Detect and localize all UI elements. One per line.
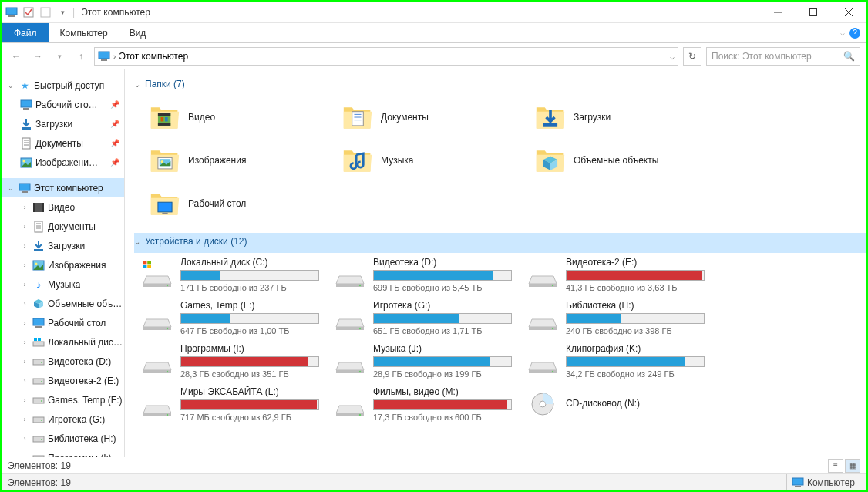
body: ⌄ ★ Быстрый доступ Рабочий сто…📌Загрузки… (2, 69, 866, 457)
back-button[interactable]: ← (8, 48, 25, 65)
folder-item[interactable]: Музыка (327, 139, 520, 182)
drive-item[interactable]: Games, Temp (F:) 647 ГБ свободно из 1,00… (134, 296, 327, 339)
tree-item[interactable]: Документы📌 (2, 133, 124, 153)
chevron-right-icon[interactable]: › (20, 377, 29, 385)
svg-rect-8 (99, 52, 109, 59)
search-box[interactable]: Поиск: Этот компьютер 🔍 (706, 47, 860, 66)
svg-rect-35 (38, 338, 41, 341)
tree-item[interactable]: ›♪Музыка (2, 275, 124, 294)
recent-locations-button[interactable]: ▾ (51, 48, 68, 65)
drive-icon (527, 304, 558, 332)
refresh-button[interactable]: ↻ (683, 47, 701, 66)
free-space-label: 647 ГБ свободно из 1,00 ТБ (180, 326, 319, 335)
free-space-label: 41,3 ГБ свободно из 3,63 ТБ (566, 283, 705, 292)
svg-point-71 (552, 285, 553, 286)
group-header-drives[interactable]: ⌄ Устройства и диски (12) (134, 233, 866, 253)
drive-label: Музыка (J:) (373, 343, 512, 354)
qat-dropdown-icon[interactable]: ▾ (56, 5, 69, 19)
tree-item[interactable]: ›Локальный дис… (2, 332, 124, 352)
drive-item[interactable]: Локальный диск (C:) 171 ГБ свободно из 2… (134, 253, 327, 296)
tree-item[interactable]: ›Видео (2, 197, 124, 217)
drive-icon (335, 347, 365, 375)
folder-item[interactable]: Загрузки (520, 96, 712, 139)
tree-item[interactable]: Загрузки📌 (2, 114, 124, 133)
properties-icon[interactable] (22, 5, 35, 19)
drive-item[interactable]: CD-дисковод (N:) (520, 382, 712, 426)
tree-item[interactable]: ›Игротека (G:) (2, 409, 124, 429)
chevron-right-icon[interactable]: › (20, 300, 29, 308)
address-dropdown-icon[interactable]: ⌵ (670, 52, 675, 61)
tree-quick-access[interactable]: ⌄ ★ Быстрый доступ (2, 76, 124, 95)
view-icons-button[interactable]: ▦ (845, 459, 860, 473)
forward-button[interactable]: → (29, 48, 46, 65)
computer-indicator[interactable]: Компьютер (786, 474, 860, 490)
svg-rect-24 (35, 221, 42, 232)
tab-computer[interactable]: Компьютер (49, 23, 119, 42)
tree-this-pc[interactable]: ⌄ Этот компьютер (2, 178, 124, 197)
chevron-right-icon[interactable]: › (20, 358, 29, 366)
folder-item[interactable]: Рабочий стол (134, 182, 327, 225)
drive-item[interactable]: Фильмы, видео (M:) 17,3 ГБ свободно из 6… (327, 382, 520, 426)
new-folder-icon[interactable] (39, 5, 52, 19)
tree-item[interactable]: ›Изображения (2, 255, 124, 275)
address-bar[interactable]: › Этот компьютер ⌵ (94, 47, 678, 66)
tree-item[interactable]: Рабочий сто…📌 (2, 95, 124, 114)
breadcrumb[interactable]: Этот компьютер (119, 51, 188, 62)
chevron-right-icon[interactable]: › (20, 261, 29, 269)
chevron-right-icon[interactable]: › (20, 281, 29, 288)
drive-info: Games, Temp (F:) 647 ГБ свободно из 1,00… (180, 300, 327, 335)
tree-item[interactable]: ›Библиотека (H:) (2, 429, 124, 448)
drive-item[interactable]: Библиотека (H:) 240 ГБ свободно из 398 Г… (520, 296, 712, 339)
minimize-button[interactable] (760, 2, 796, 23)
chevron-right-icon[interactable]: › (20, 435, 29, 443)
tree-item[interactable]: ›Документы (2, 217, 124, 236)
drive-item[interactable]: Программы (I:) 28,3 ГБ свободно из 351 Г… (134, 339, 327, 382)
chevron-right-icon[interactable]: › (20, 223, 29, 231)
tab-view[interactable]: Вид (119, 23, 157, 42)
drive-item[interactable]: Музыка (J:) 28,9 ГБ свободно из 199 ГБ (327, 339, 520, 382)
tab-file[interactable]: Файл (2, 23, 49, 42)
desktop-icon (20, 99, 32, 111)
folder-item[interactable]: Видео (134, 96, 327, 139)
drive-item[interactable]: Игротека (G:) 651 ГБ свободно из 1,71 ТБ (327, 296, 520, 339)
tree-item[interactable]: ›Видеотека-2 (E:) (2, 371, 124, 390)
folder-label: Изображения (188, 155, 246, 166)
chevron-right-icon[interactable]: › (20, 396, 29, 404)
folder-item[interactable]: Объемные объекты (520, 139, 712, 182)
close-button[interactable] (831, 2, 866, 23)
tree-item[interactable]: ›Программы (I:) (2, 448, 124, 457)
tree-item[interactable]: ›Объемные объ… (2, 294, 124, 313)
chevron-down-icon[interactable]: ⌄ (6, 82, 15, 89)
document-icon (32, 221, 45, 233)
chevron-right-icon[interactable]: › (20, 204, 29, 211)
chevron-right-icon[interactable]: › (20, 339, 29, 346)
drive-item[interactable]: Видеотека-2 (E:) 41,3 ГБ свободно из 3,6… (520, 253, 712, 296)
tree-item[interactable]: ›Games, Temp (F:) (2, 390, 124, 409)
view-details-button[interactable]: ≡ (828, 459, 843, 473)
maximize-button[interactable] (796, 2, 831, 23)
chevron-right-icon[interactable]: › (20, 242, 29, 250)
folder-item[interactable]: Документы (327, 96, 520, 139)
up-button[interactable]: ↑ (72, 48, 89, 65)
group-header-folders[interactable]: ⌄ Папки (7) (134, 76, 866, 96)
tree-item[interactable]: ›Видеотека (D:) (2, 352, 124, 371)
chevron-right-icon[interactable]: › (20, 416, 29, 423)
drive-icon (32, 394, 45, 406)
svg-rect-40 (33, 398, 44, 403)
svg-rect-50 (158, 123, 170, 126)
chevron-down-icon[interactable]: ⌄ (6, 184, 15, 192)
drive-info: Локальный диск (C:) 171 ГБ свободно из 2… (180, 257, 327, 292)
folder-item[interactable]: Изображения (134, 139, 327, 182)
drive-item[interactable]: Видеотека (D:) 699 ГБ свободно из 5,45 Т… (327, 253, 520, 296)
drive-item[interactable]: Миры ЭКСАБАЙТА (L:) 717 МБ свободно из 6… (134, 382, 327, 426)
ribbon-expand-icon[interactable]: ⌵ (840, 29, 845, 37)
drive-item[interactable]: Клипография (K:) 34,2 ГБ свободно из 249… (520, 339, 712, 382)
video-icon (32, 201, 45, 214)
tree-item[interactable]: Изображени…📌 (2, 153, 124, 172)
chevron-right-icon[interactable]: › (20, 319, 29, 327)
tree-item[interactable]: ›Загрузки (2, 236, 124, 255)
help-icon[interactable]: ? (849, 28, 860, 39)
svg-point-85 (167, 414, 168, 416)
svg-point-18 (23, 160, 25, 162)
tree-item[interactable]: ›Рабочий стол (2, 313, 124, 332)
